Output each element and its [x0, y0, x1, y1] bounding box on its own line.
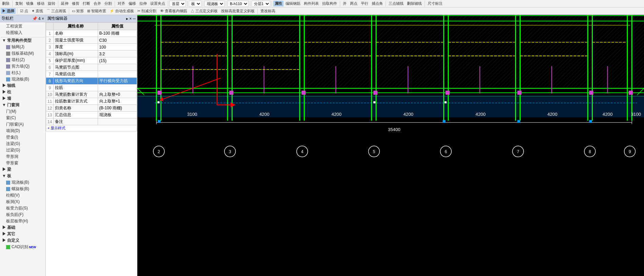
snapangle-btn[interactable]: 捕点角 [370, 1, 384, 6]
move-btn[interactable]: 移动 [36, 1, 46, 6]
batch-slope-btn[interactable]: 按标高批量定义斜板 [220, 8, 256, 14]
prop-row-value[interactable]: 100 [98, 44, 137, 51]
point-btn[interactable]: ☑ 点 [19, 8, 30, 14]
col-num [46, 23, 54, 30]
nav-door-win[interactable]: ▼ 门窗洞 [1, 102, 45, 108]
prop-row-value[interactable]: 3.2 [98, 51, 137, 57]
nav-other[interactable]: ▶ 其它 [1, 231, 45, 237]
align-btn[interactable]: 对齐 [116, 1, 126, 6]
split-btn[interactable]: 分割 [103, 1, 113, 6]
prop-row-value[interactable]: 平行横向受力筋 [98, 78, 137, 85]
nav-strip-hole[interactable]: 带形洞 [1, 153, 45, 160]
svg-text:9: 9 [629, 149, 631, 154]
prop-row-value[interactable]: (B-100 雨棚) [98, 105, 137, 112]
prop-row-value[interactable] [98, 118, 137, 125]
edit-rebar-btn[interactable]: 编辑钢筋 [284, 1, 302, 6]
setpoint-btn[interactable]: 设置夹点 [149, 1, 167, 6]
nav-beam[interactable]: ▶ 梁 [1, 166, 45, 173]
rect-btn[interactable]: ▭ 矩形 [71, 8, 85, 14]
nav-connect-beam[interactable]: 连梁(G) [1, 141, 45, 147]
subtype-select[interactable]: B-h110 [228, 1, 249, 7]
delete-btn[interactable]: 删除 [1, 1, 11, 6]
arc-btn[interactable]: ⌒ 三点画弧 [45, 8, 67, 14]
prop-row-num: 4 [46, 51, 54, 57]
component-list-btn[interactable]: 构件列表 [303, 1, 320, 6]
nav-lintel[interactable]: 过梁(G) [1, 147, 45, 153]
nav-cast-slab2[interactable]: 现浇板(B) [1, 179, 45, 186]
deduct-btn[interactable]: ✂ 扣减分割 [136, 8, 158, 14]
floor-select[interactable]: 首层 [170, 1, 186, 7]
svg-text:8: 8 [589, 149, 591, 154]
nav-neg-rebar[interactable]: 板负筋(F) [1, 211, 45, 218]
nav-slab-rebar[interactable]: 板受力筋(S) [1, 205, 45, 211]
prop-row-value[interactable]: (15) [98, 57, 137, 64]
member-select[interactable]: 板 [189, 1, 201, 7]
three-aux-btn[interactable]: 三点辅线 [387, 1, 405, 6]
offset-btn[interactable]: 偏移 [127, 1, 137, 6]
nav-door-win-combo[interactable]: 门联窗(A) [1, 121, 45, 128]
view-rebar-btn[interactable]: 👁 查看板内钢筋 [159, 8, 189, 14]
nav-foundation[interactable]: ▶ 基础 [1, 224, 45, 231]
extend-btn[interactable]: 延伸 [60, 1, 70, 6]
smart-layout-btn[interactable]: ⊞ 智能布置 [86, 8, 108, 14]
property-btn[interactable]: 属性 [273, 1, 284, 6]
prop-row-value[interactable] [98, 71, 137, 78]
nav-door[interactable]: 门(M) [1, 108, 45, 115]
pickup-btn[interactable]: 抬取构件 [321, 1, 338, 6]
nav-project-settings[interactable]: 工程设置 [1, 23, 45, 30]
nav-shear-wall[interactable]: 剪力墙(Q) [1, 63, 45, 70]
dim-btn[interactable]: 尺寸标注 [426, 1, 444, 6]
nav-common-types[interactable]: ▼ 常用构件类型 [1, 37, 45, 44]
del-aux-btn[interactable]: 删除辅线 [406, 1, 423, 6]
layer-select[interactable]: 分层1 [252, 1, 270, 7]
nav-axis[interactable]: ▶ 轴线 [1, 82, 45, 89]
prop-close[interactable]: ▸ × ─ [126, 16, 136, 21]
break-btn[interactable]: 打断 [81, 1, 92, 6]
auto-gen-btn[interactable]: ⚡ 自动生成板 [108, 8, 135, 14]
nav-wall[interactable]: ▶ 墙 [1, 95, 45, 102]
prop-row-value[interactable]: 现浇板 [98, 112, 137, 118]
nav-strip-win[interactable]: 带形窗 [1, 160, 45, 166]
nav-column[interactable]: 柱(L) [1, 70, 45, 76]
copy-btn[interactable]: 复制 [14, 1, 24, 6]
prop-row-value[interactable]: 向上取整+0 [98, 91, 137, 98]
parallel-btn[interactable]: 并 [341, 1, 348, 6]
nav-window[interactable]: 窗(C) [1, 115, 45, 121]
mirror-btn[interactable]: 镜像 [25, 1, 35, 6]
trim-btn[interactable]: 修剪 [71, 1, 81, 6]
nav-col-cap[interactable]: 柱帽(V) [1, 192, 45, 199]
edit-elev-btn[interactable]: 查改标高 [259, 8, 277, 14]
type-select[interactable]: 现浇板 [204, 1, 225, 7]
prop-row-value[interactable] [98, 85, 137, 91]
nav-slab[interactable]: ▼ 板 [1, 173, 45, 179]
prop-row-value[interactable] [98, 64, 137, 71]
nav-slab-band[interactable]: 板层板带(H) [1, 218, 45, 224]
nav-col[interactable]: ▶ 柱 [1, 89, 45, 95]
prop-row-num: 13 [46, 112, 54, 118]
prop-row-value[interactable]: B-100 雨棚 [98, 30, 137, 37]
nav-custom[interactable]: ▶ 自定义 [1, 237, 45, 244]
three-slope-btn[interactable]: △ 三点定义斜板 [189, 8, 219, 14]
nav-cad[interactable]: CAD识别 NEW [1, 244, 45, 250]
nav-niche[interactable]: 壁龛(I) [1, 134, 45, 141]
prop-row-num: 8 [46, 78, 54, 85]
stretch-btn[interactable]: 拉伸 [138, 1, 148, 6]
rotate-btn[interactable]: 旋转 [46, 1, 57, 6]
nav-spiral-slab[interactable]: 螺旋板(B) [1, 186, 45, 192]
nav-cast-slab[interactable]: 现浇板(B) [1, 76, 45, 82]
merge-btn[interactable]: 合并 [92, 1, 102, 6]
nav-axis-net[interactable]: 轴网(J) [1, 44, 45, 50]
prop-row-value[interactable]: 向上取整+1 [98, 98, 137, 105]
nav-slab-hole[interactable]: 板洞(X) [1, 199, 45, 205]
select-btn[interactable]: ▶ 选择 [1, 8, 16, 14]
nav-pin[interactable]: 📌 4 × [32, 16, 44, 21]
twopoint-btn[interactable]: 两点 [349, 1, 359, 6]
line-btn[interactable]: ✦ 直线 [30, 8, 44, 14]
nav-wall-col[interactable]: 墙柱(Z) [1, 57, 45, 63]
prop-expand-row[interactable]: + 显示样式 [46, 125, 137, 131]
parallel2-btn[interactable]: 平行 [359, 1, 370, 6]
nav-drawing-input[interactable]: 绘图输入 [1, 30, 45, 36]
nav-raft[interactable]: 筏板基础(M) [1, 50, 45, 57]
nav-wall-hole[interactable]: 墙洞(D) [1, 128, 45, 134]
prop-row-value[interactable]: C30 [98, 37, 137, 44]
